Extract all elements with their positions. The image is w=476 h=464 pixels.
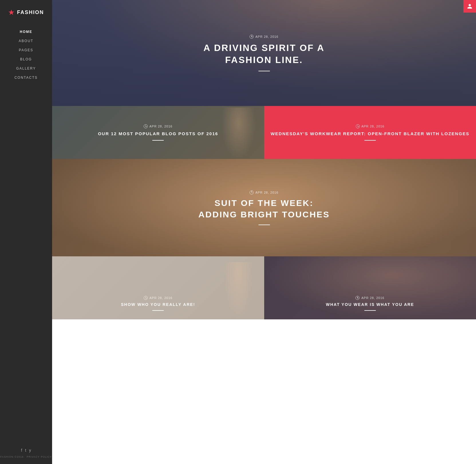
clock-icon-4	[250, 190, 254, 194]
hero-date: APR 28, 2016	[250, 35, 279, 39]
clock-icon	[250, 35, 254, 39]
card-blog-posts-content: APR 28, 2016 OUR 12 MOST POPULAR BLOG PO…	[92, 119, 224, 146]
card-blog-divider	[152, 140, 164, 141]
card-row-bottom: APR 28, 2016 SHOW WHO YOU REALLY ARE! AP…	[52, 256, 476, 319]
facebook-icon[interactable]: f	[21, 448, 22, 453]
card-workwear-title: WEDNESDAY'S WORKWEAR REPORT: OPEN-FRONT …	[270, 131, 469, 137]
hero-title: A DRIVING SPIRIT OF A FASHION LINE.	[204, 42, 325, 66]
nav-item-about[interactable]: ABOUT	[0, 37, 52, 45]
logo[interactable]: ★ FASHION	[8, 9, 44, 16]
youtube-icon[interactable]: y	[29, 448, 31, 453]
user-icon	[467, 3, 473, 9]
card-blog-title: OUR 12 MOST POPULAR BLOG POSTS OF 2016	[98, 131, 218, 137]
card-what-you-wear[interactable]: APR 28, 2016 WHAT YOU WEAR IS WHAT YOU A…	[264, 256, 476, 319]
sidebar: ★ FASHION HOME ABOUT PAGES BLOG GALLERY …	[0, 0, 52, 464]
clock-icon-6	[355, 296, 360, 300]
card-suit-divider	[258, 225, 270, 225]
twitter-icon[interactable]: t	[25, 448, 26, 453]
clock-icon-5	[144, 296, 148, 300]
clock-icon-3	[356, 124, 360, 128]
card-workwear[interactable]: APR 28, 2016 WEDNESDAY'S WORKWEAR REPORT…	[264, 106, 476, 159]
hero-section[interactable]: APR 28, 2016 A DRIVING SPIRIT OF A FASHI…	[52, 0, 476, 106]
card-wear-divider	[364, 310, 376, 311]
card-show-title: SHOW WHO YOU REALLY ARE!	[121, 302, 195, 307]
card-wear-title: WHAT YOU WEAR IS WHAT YOU ARE	[326, 302, 414, 307]
card-show-who[interactable]: APR 28, 2016 SHOW WHO YOU REALLY ARE!	[52, 256, 264, 319]
card-show-who-content: APR 28, 2016 SHOW WHO YOU REALLY ARE!	[121, 296, 195, 311]
card-show-divider	[152, 310, 164, 311]
card-workwear-content: APR 28, 2016 WEDNESDAY'S WORKWEAR REPORT…	[265, 119, 475, 146]
nav-item-pages[interactable]: PAGES	[0, 46, 52, 54]
logo-text: FASHION	[17, 9, 44, 15]
social-icons: f t y	[21, 448, 31, 453]
sidebar-footer: f t y FASHION ©2016 · PRIVACY POLICY	[0, 448, 52, 458]
card-row-two: APR 28, 2016 OUR 12 MOST POPULAR BLOG PO…	[52, 106, 476, 159]
footer-copyright: FASHION ©2016 · PRIVACY POLICY	[0, 455, 52, 458]
logo-star-icon: ★	[8, 9, 15, 16]
card-suit-week[interactable]: APR 28, 2016 SUIT OF THE WEEK: ADDING BR…	[52, 159, 476, 256]
user-button[interactable]	[463, 0, 476, 13]
hero-divider	[258, 71, 270, 71]
clock-icon-2	[144, 124, 148, 128]
main-nav: HOME ABOUT PAGES BLOG GALLERY CONTACTS	[0, 27, 52, 82]
card-suit-date: APR 28, 2016	[250, 190, 279, 194]
card-blog-posts[interactable]: APR 28, 2016 OUR 12 MOST POPULAR BLOG PO…	[52, 106, 264, 159]
nav-item-gallery[interactable]: GALLERY	[0, 64, 52, 73]
card-wear-content: APR 28, 2016 WHAT YOU WEAR IS WHAT YOU A…	[326, 296, 414, 311]
card-show-date: APR 28, 2016	[144, 296, 173, 300]
card-workwear-divider	[364, 140, 376, 141]
card-blog-date: APR 28, 2016	[144, 124, 173, 128]
nav-item-contacts[interactable]: CONTACTS	[0, 73, 52, 82]
nav-item-home[interactable]: HOME	[0, 27, 52, 36]
hero-content: APR 28, 2016 A DRIVING SPIRIT OF A FASHI…	[204, 35, 325, 71]
card-suit-content: APR 28, 2016 SUIT OF THE WEEK: ADDING BR…	[198, 190, 330, 225]
card-workwear-date: APR 28, 2016	[356, 124, 385, 128]
card-suit-title: SUIT OF THE WEEK: ADDING BRIGHT TOUCHES	[198, 197, 330, 221]
nav-item-blog[interactable]: BLOG	[0, 55, 52, 64]
card-wear-date: APR 28, 2016	[355, 296, 384, 300]
main-content: APR 28, 2016 A DRIVING SPIRIT OF A FASHI…	[52, 0, 476, 464]
